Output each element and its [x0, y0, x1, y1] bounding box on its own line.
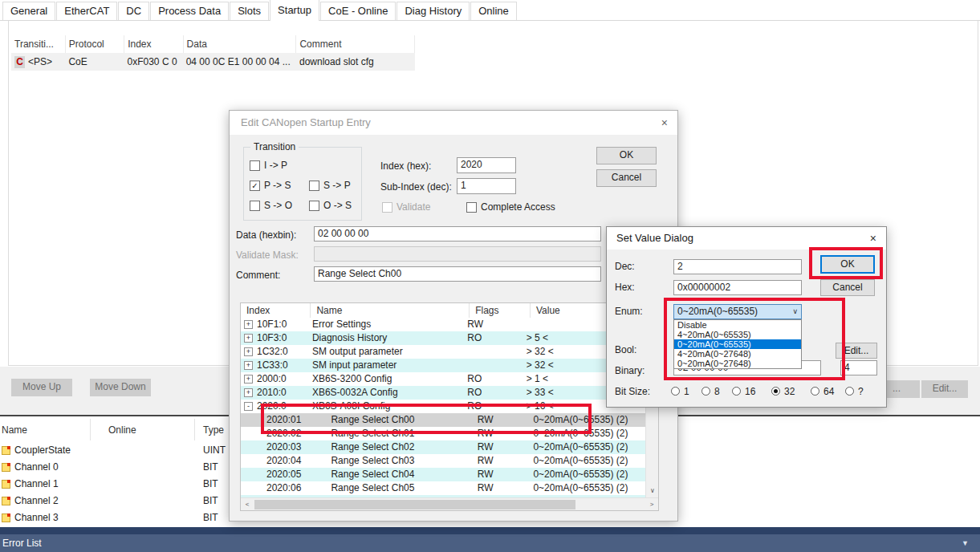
tab-coe-online[interactable]: CoE - Online: [320, 2, 396, 20]
coe-col-index[interactable]: Index: [241, 303, 311, 318]
expander-icon[interactable]: +: [244, 375, 253, 384]
hex-input[interactable]: 0x00000002: [673, 280, 802, 295]
dialog-title: Set Value Dialog: [616, 227, 693, 250]
tab-online[interactable]: Online: [470, 2, 517, 20]
ok-button[interactable]: OK: [596, 147, 657, 164]
tab-dc[interactable]: DC: [118, 2, 149, 20]
complete-access-checkbox[interactable]: [466, 202, 477, 213]
expander-icon[interactable]: +: [244, 320, 253, 329]
index-hex-input[interactable]: 2020: [457, 157, 516, 173]
startup-table-row[interactable]: C<PS> CoE 0xF030 C 0 04 00 0C E1 00 00 0…: [11, 53, 415, 71]
comment-label: Comment:: [236, 270, 280, 281]
coe-row[interactable]: 2020:05Range Select Ch04RW0~20mA(0~65535…: [241, 468, 645, 481]
col-protocol[interactable]: Protocol: [66, 35, 124, 53]
close-icon[interactable]: ×: [661, 111, 668, 135]
coe-row[interactable]: 2020:04Range Select Ch03RW0~20mA(0~65535…: [241, 454, 645, 468]
expander-icon[interactable]: +: [244, 388, 253, 397]
expander-icon[interactable]: +: [244, 361, 253, 370]
edit-button[interactable]: Edit...: [921, 380, 968, 398]
var-col-name[interactable]: Name: [2, 420, 27, 440]
bitsize-radio-32[interactable]: [771, 387, 780, 396]
coe-col-flags[interactable]: Flags: [470, 303, 531, 318]
coe-row[interactable]: 2020:06Range Select Ch05RW0~20mA(0~65535…: [241, 481, 645, 495]
bitsize-16-label: 16: [745, 386, 755, 397]
cancel-button[interactable]: Cancel: [596, 169, 657, 187]
move-down-button[interactable]: Move Down: [90, 379, 151, 396]
input-variable-icon: [2, 463, 10, 472]
coe-row[interactable]: +10F1:0Error SettingsRW: [241, 318, 645, 331]
data-value: 04 00 0C E1 00 00 04 ...: [183, 53, 296, 71]
var-col-type[interactable]: Type: [203, 420, 224, 440]
dialog-titlebar[interactable]: Edit CANopen Startup Entry ×: [230, 111, 677, 135]
transition-group-label: Transition: [250, 141, 299, 152]
checkbox-s-o[interactable]: [250, 201, 260, 211]
close-icon[interactable]: ×: [870, 227, 876, 250]
binary-label: Binary:: [615, 365, 645, 376]
scroll-left-icon[interactable]: <: [241, 498, 254, 511]
tab-slots[interactable]: Slots: [230, 2, 269, 20]
col-data[interactable]: Data: [184, 35, 297, 53]
coe-row[interactable]: +2000:0XB6S-3200 ConfigRO> 1 <: [241, 372, 645, 386]
validate-checkbox[interactable]: [382, 202, 392, 213]
tab-process-data[interactable]: Process Data: [150, 2, 229, 20]
var-col-online[interactable]: Online: [108, 420, 136, 440]
error-list-bar[interactable]: Error List ▼: [0, 534, 980, 552]
expander-icon[interactable]: +: [244, 347, 253, 356]
col-transition[interactable]: Transiti...: [11, 35, 66, 53]
bitsize-radio-64[interactable]: [811, 387, 819, 396]
bitsize-radio-16[interactable]: [732, 387, 741, 396]
move-up-button[interactable]: Move Up: [11, 379, 72, 396]
dialog-titlebar[interactable]: Set Value Dialog ×: [607, 227, 886, 250]
checkbox-p-s[interactable]: ✓: [250, 181, 260, 191]
cancel-button[interactable]: Cancel: [820, 279, 875, 296]
subindex-dec-input[interactable]: 1: [457, 178, 516, 194]
coe-row[interactable]: +1C32:0SM output parameter> 32 <: [241, 345, 645, 359]
transition-group: Transition I -> P ✓ P -> S S -> P S -> O…: [243, 147, 362, 221]
scroll-right-icon[interactable]: >: [645, 498, 658, 511]
var-name: Channel 0: [14, 459, 59, 476]
coe-col-name[interactable]: Name: [311, 303, 470, 318]
coe-row[interactable]: +1C33:0SM input parameter> 32 <: [241, 359, 645, 372]
var-name: Channel 2: [14, 493, 59, 509]
validate-mask-input[interactable]: [314, 246, 601, 262]
col-index[interactable]: Index: [124, 35, 183, 53]
dialog-title: Edit CANopen Startup Entry: [241, 111, 371, 135]
checkbox-p-s-label: P -> S: [264, 180, 291, 191]
checkbox-s-p-label: S -> P: [323, 180, 351, 191]
header-divider: [194, 419, 195, 440]
tab-startup[interactable]: Startup: [270, 0, 319, 21]
var-type: BIT: [203, 493, 218, 509]
protocol-value: CoE: [65, 53, 124, 71]
binary-size-input[interactable]: 4: [840, 360, 877, 375]
expander-icon[interactable]: -: [244, 402, 253, 411]
data-hexbin-input[interactable]: 02 00 00 00: [314, 226, 601, 242]
var-name: Channel 1: [14, 476, 59, 493]
input-variable-icon: [2, 513, 10, 522]
bitsize-radio-8[interactable]: [701, 387, 710, 396]
bitsize-radio-1[interactable]: [671, 387, 680, 396]
checkbox-o-s-label: O -> S: [323, 200, 352, 211]
scroll-thumb[interactable]: [254, 500, 575, 509]
coe-horizontal-scrollbar[interactable]: < >: [241, 497, 658, 510]
bitsize-32-label: 32: [784, 386, 795, 397]
tab-general[interactable]: General: [2, 2, 55, 20]
dec-input[interactable]: 2: [673, 259, 802, 274]
chevron-down-icon[interactable]: ▼: [962, 534, 969, 552]
var-name: CouplerState: [14, 442, 71, 459]
coe-row[interactable]: 2020:03Range Select Ch02RW0~20mA(0~65535…: [241, 440, 645, 454]
bitsize-label: Bit Size:: [615, 386, 650, 397]
coe-row[interactable]: +10F3:0Diagnosis HistoryRO> 5 <: [241, 331, 645, 345]
expander-icon[interactable]: +: [244, 334, 253, 343]
bitsize-radio-unknown[interactable]: [845, 387, 854, 396]
checkbox-s-p[interactable]: [309, 181, 319, 191]
col-comment[interactable]: Comment: [296, 35, 415, 53]
checkbox-o-s[interactable]: [309, 201, 319, 211]
checkbox-i-p[interactable]: [250, 160, 260, 171]
coe-row[interactable]: +2010:0XB6S-0032A ConfigRO> 33 <: [241, 386, 645, 400]
scroll-down-icon[interactable]: ∨: [646, 485, 659, 497]
var-name: Channel 3: [14, 509, 59, 526]
comment-input[interactable]: Range Select Ch00: [314, 266, 601, 282]
header-divider: [90, 419, 91, 440]
tab-ethercat[interactable]: EtherCAT: [56, 2, 117, 20]
tab-diag-history[interactable]: Diag History: [396, 2, 470, 20]
